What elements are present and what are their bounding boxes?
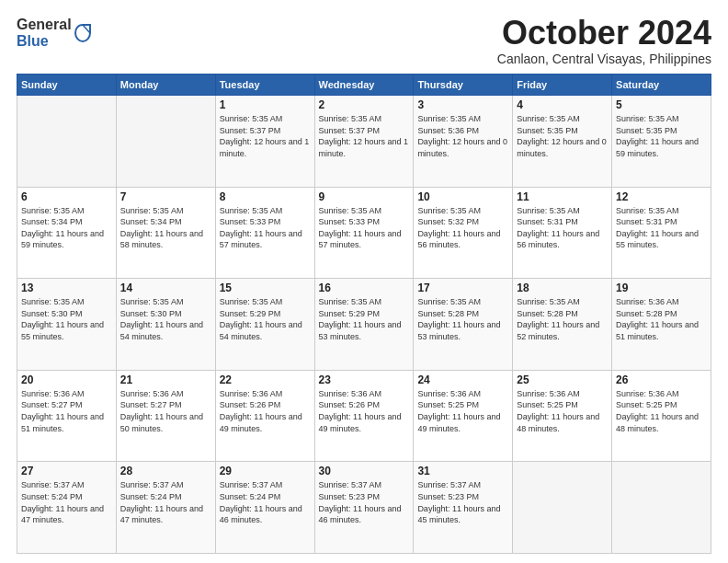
- day-number: 18: [517, 282, 608, 294]
- day-info: Sunrise: 5:35 AMSunset: 5:37 PMDaylight:…: [319, 113, 410, 159]
- day-number: 13: [21, 282, 112, 294]
- weekday-header-row: SundayMondayTuesdayWednesdayThursdayFrid…: [17, 75, 711, 96]
- calendar-cell: 25Sunrise: 5:36 AMSunset: 5:25 PMDayligh…: [513, 370, 612, 462]
- day-info: Sunrise: 5:36 AMSunset: 5:27 PMDaylight:…: [21, 388, 112, 434]
- weekday-header-friday: Friday: [513, 75, 612, 96]
- day-info: Sunrise: 5:35 AMSunset: 5:30 PMDaylight:…: [21, 296, 112, 342]
- day-number: 4: [517, 98, 608, 111]
- day-number: 20: [21, 373, 112, 386]
- weekday-header-monday: Monday: [116, 75, 215, 96]
- day-info: Sunrise: 5:35 AMSunset: 5:34 PMDaylight:…: [21, 205, 112, 251]
- week-row-4: 27Sunrise: 5:37 AMSunset: 5:24 PMDayligh…: [17, 462, 711, 554]
- day-info: Sunrise: 5:36 AMSunset: 5:27 PMDaylight:…: [120, 388, 211, 434]
- calendar-cell: 26Sunrise: 5:36 AMSunset: 5:25 PMDayligh…: [612, 370, 711, 462]
- day-number: 21: [120, 373, 211, 386]
- day-number: 16: [319, 282, 410, 294]
- weekday-header-tuesday: Tuesday: [215, 75, 314, 96]
- calendar-cell: [17, 96, 117, 188]
- day-number: 12: [616, 190, 707, 203]
- calendar-cell: 12Sunrise: 5:35 AMSunset: 5:31 PMDayligh…: [612, 187, 711, 279]
- calendar-cell: 30Sunrise: 5:37 AMSunset: 5:23 PMDayligh…: [314, 462, 414, 554]
- calendar-cell: [116, 96, 215, 188]
- day-number: 29: [220, 465, 311, 477]
- weekday-header-saturday: Saturday: [612, 75, 711, 96]
- day-number: 26: [616, 373, 707, 386]
- calendar-cell: 31Sunrise: 5:37 AMSunset: 5:23 PMDayligh…: [414, 462, 513, 554]
- calendar-cell: 29Sunrise: 5:37 AMSunset: 5:24 PMDayligh…: [215, 462, 314, 554]
- day-info: Sunrise: 5:37 AMSunset: 5:24 PMDaylight:…: [220, 479, 311, 525]
- calendar-cell: 2Sunrise: 5:35 AMSunset: 5:37 PMDaylight…: [314, 96, 414, 188]
- day-number: 1: [220, 98, 311, 111]
- calendar-cell: 6Sunrise: 5:35 AMSunset: 5:34 PMDaylight…: [17, 187, 117, 279]
- weekday-header-wednesday: Wednesday: [314, 75, 414, 96]
- location: Canlaon, Central Visayas, Philippines: [497, 52, 711, 66]
- day-number: 19: [616, 282, 707, 294]
- month-title: October 2024: [497, 17, 711, 50]
- day-info: Sunrise: 5:37 AMSunset: 5:23 PMDaylight:…: [417, 479, 508, 525]
- calendar-cell: 24Sunrise: 5:36 AMSunset: 5:25 PMDayligh…: [414, 370, 513, 462]
- calendar-cell: [513, 462, 612, 554]
- day-number: 22: [220, 373, 311, 386]
- week-row-1: 6Sunrise: 5:35 AMSunset: 5:34 PMDaylight…: [17, 187, 711, 279]
- calendar-table: SundayMondayTuesdayWednesdayThursdayFrid…: [17, 74, 711, 554]
- calendar-cell: 27Sunrise: 5:37 AMSunset: 5:24 PMDayligh…: [17, 462, 117, 554]
- day-info: Sunrise: 5:35 AMSunset: 5:31 PMDaylight:…: [616, 205, 707, 251]
- day-info: Sunrise: 5:35 AMSunset: 5:35 PMDaylight:…: [517, 113, 608, 159]
- day-info: Sunrise: 5:35 AMSunset: 5:31 PMDaylight:…: [517, 205, 608, 251]
- calendar-cell: 20Sunrise: 5:36 AMSunset: 5:27 PMDayligh…: [17, 370, 117, 462]
- day-number: 25: [517, 373, 608, 386]
- day-number: 8: [220, 190, 311, 203]
- calendar-cell: 10Sunrise: 5:35 AMSunset: 5:32 PMDayligh…: [414, 187, 513, 279]
- calendar-cell: 15Sunrise: 5:35 AMSunset: 5:29 PMDayligh…: [215, 279, 314, 371]
- calendar-cell: 8Sunrise: 5:35 AMSunset: 5:33 PMDaylight…: [215, 187, 314, 279]
- calendar-cell: 18Sunrise: 5:35 AMSunset: 5:28 PMDayligh…: [513, 279, 612, 371]
- weekday-header-thursday: Thursday: [414, 75, 513, 96]
- calendar-cell: 7Sunrise: 5:35 AMSunset: 5:34 PMDaylight…: [116, 187, 215, 279]
- day-number: 7: [120, 190, 211, 203]
- calendar-cell: 4Sunrise: 5:35 AMSunset: 5:35 PMDaylight…: [513, 96, 612, 188]
- day-number: 27: [21, 465, 112, 477]
- day-info: Sunrise: 5:35 AMSunset: 5:37 PMDaylight:…: [220, 113, 311, 159]
- calendar-cell: 23Sunrise: 5:36 AMSunset: 5:26 PMDayligh…: [314, 370, 414, 462]
- title-block: October 2024 Canlaon, Central Visayas, P…: [497, 17, 711, 66]
- day-info: Sunrise: 5:36 AMSunset: 5:25 PMDaylight:…: [616, 388, 707, 434]
- day-info: Sunrise: 5:35 AMSunset: 5:33 PMDaylight:…: [319, 205, 410, 251]
- day-info: Sunrise: 5:35 AMSunset: 5:34 PMDaylight:…: [120, 205, 211, 251]
- day-info: Sunrise: 5:36 AMSunset: 5:25 PMDaylight:…: [417, 388, 508, 434]
- calendar-cell: 14Sunrise: 5:35 AMSunset: 5:30 PMDayligh…: [116, 279, 215, 371]
- calendar-cell: 16Sunrise: 5:35 AMSunset: 5:29 PMDayligh…: [314, 279, 414, 371]
- day-number: 30: [319, 465, 410, 477]
- day-number: 9: [319, 190, 410, 203]
- day-number: 15: [220, 282, 311, 294]
- logo-blue: Blue: [17, 33, 72, 50]
- day-number: 10: [417, 190, 508, 203]
- week-row-3: 20Sunrise: 5:36 AMSunset: 5:27 PMDayligh…: [17, 370, 711, 462]
- calendar-cell: 5Sunrise: 5:35 AMSunset: 5:35 PMDaylight…: [612, 96, 711, 188]
- day-info: Sunrise: 5:36 AMSunset: 5:26 PMDaylight:…: [220, 388, 311, 434]
- day-info: Sunrise: 5:35 AMSunset: 5:29 PMDaylight:…: [220, 296, 311, 342]
- day-info: Sunrise: 5:35 AMSunset: 5:29 PMDaylight:…: [319, 296, 410, 342]
- logo-general: General: [17, 17, 72, 33]
- calendar-cell: 22Sunrise: 5:36 AMSunset: 5:26 PMDayligh…: [215, 370, 314, 462]
- day-info: Sunrise: 5:35 AMSunset: 5:36 PMDaylight:…: [417, 113, 508, 159]
- header: General Blue October 2024 Canlaon, Centr…: [17, 17, 711, 66]
- day-info: Sunrise: 5:36 AMSunset: 5:25 PMDaylight:…: [517, 388, 608, 434]
- day-number: 31: [417, 465, 508, 477]
- calendar-cell: 1Sunrise: 5:35 AMSunset: 5:37 PMDaylight…: [215, 96, 314, 188]
- day-info: Sunrise: 5:36 AMSunset: 5:28 PMDaylight:…: [616, 296, 707, 342]
- calendar-cell: 9Sunrise: 5:35 AMSunset: 5:33 PMDaylight…: [314, 187, 414, 279]
- logo-icon: [74, 23, 91, 43]
- calendar-cell: 11Sunrise: 5:35 AMSunset: 5:31 PMDayligh…: [513, 187, 612, 279]
- day-number: 23: [319, 373, 410, 386]
- day-number: 2: [319, 98, 410, 111]
- calendar-cell: 13Sunrise: 5:35 AMSunset: 5:30 PMDayligh…: [17, 279, 117, 371]
- day-number: 6: [21, 190, 112, 203]
- page: General Blue October 2024 Canlaon, Centr…: [0, 0, 728, 563]
- calendar-cell: 3Sunrise: 5:35 AMSunset: 5:36 PMDaylight…: [414, 96, 513, 188]
- calendar-cell: 19Sunrise: 5:36 AMSunset: 5:28 PMDayligh…: [612, 279, 711, 371]
- calendar-cell: [612, 462, 711, 554]
- day-info: Sunrise: 5:35 AMSunset: 5:28 PMDaylight:…: [417, 296, 508, 342]
- day-info: Sunrise: 5:36 AMSunset: 5:26 PMDaylight:…: [319, 388, 410, 434]
- day-number: 24: [417, 373, 508, 386]
- day-info: Sunrise: 5:35 AMSunset: 5:30 PMDaylight:…: [120, 296, 211, 342]
